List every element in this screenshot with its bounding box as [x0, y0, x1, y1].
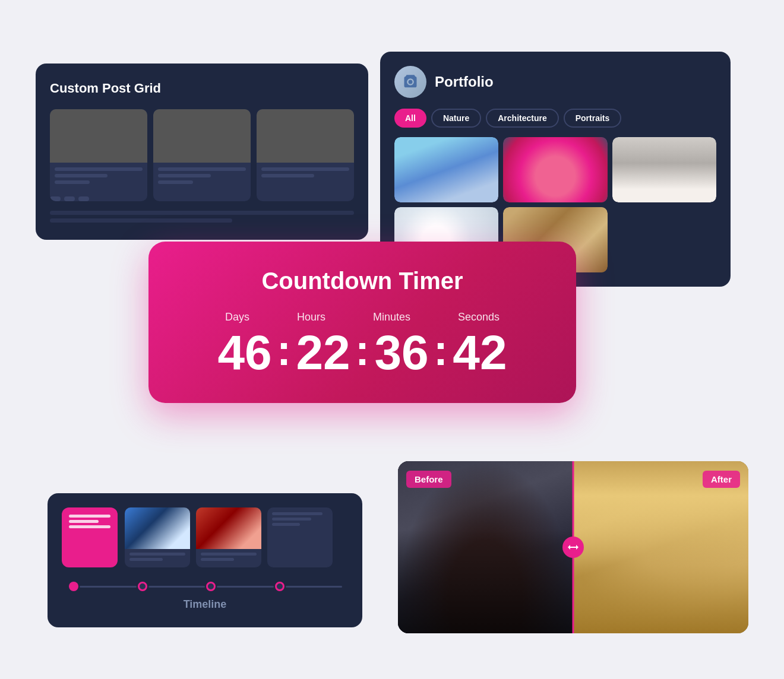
portfolio-title: Portfolio — [435, 74, 494, 90]
post-item-3-lines — [257, 163, 354, 185]
portfolio-image-tower — [394, 137, 498, 202]
post-item-1 — [50, 109, 147, 201]
post-image-bridge — [50, 109, 147, 163]
after-label: After — [703, 471, 740, 488]
filter-all-button[interactable]: All — [394, 109, 426, 128]
portfolio-image-lotus — [503, 137, 607, 202]
post-line-shorter — [158, 180, 193, 184]
post-item-2 — [153, 109, 251, 201]
portfolio-header: Portfolio — [394, 66, 716, 98]
post-line — [158, 167, 246, 171]
post-item-3 — [257, 109, 354, 201]
timeline-product-2 — [196, 507, 261, 567]
image-tower — [394, 137, 498, 202]
track-dot-4 — [275, 582, 284, 591]
portfolio-image-arch — [612, 137, 716, 202]
before-side: Before — [398, 461, 573, 633]
post-dots — [50, 196, 147, 201]
post-line-short — [55, 174, 108, 177]
label-days: Days — [225, 311, 249, 323]
timeline-track — [62, 582, 348, 591]
timeline-product-3 — [267, 507, 333, 567]
handle-arrows-icon — [568, 544, 578, 551]
post-item-2-lines — [153, 163, 251, 192]
msg-line-2 — [69, 520, 99, 523]
msg-line-1 — [69, 515, 110, 518]
timeline-product-1 — [125, 507, 190, 567]
countdown-title: Countdown Timer — [172, 268, 552, 294]
post-line-short — [261, 174, 314, 177]
portfolio-filters[interactable]: All Nature Architecture Portraits — [394, 109, 716, 128]
product-line-short — [129, 558, 163, 561]
camera-icon — [402, 74, 419, 90]
image-lotus — [503, 137, 607, 202]
colon-1: : — [274, 329, 293, 372]
post-line-short — [158, 174, 211, 177]
post-dot — [64, 196, 75, 201]
post-item-1-lines — [50, 163, 147, 192]
before-after-handle[interactable] — [562, 537, 584, 558]
post-grid-container — [50, 109, 354, 201]
before-label: Before — [406, 471, 451, 488]
label-minutes: Minutes — [373, 311, 410, 323]
track-dot-1 — [69, 582, 78, 591]
product-lines-2 — [196, 549, 261, 567]
track-dot-3 — [206, 582, 216, 591]
timeline-items — [125, 507, 333, 567]
custom-post-grid-card: Custom Post Grid — [36, 64, 368, 240]
post-grid-title: Custom Post Grid — [50, 80, 354, 97]
before-after-card: Before After — [398, 461, 748, 633]
colon-3: : — [431, 329, 450, 372]
colon-2: : — [353, 329, 372, 372]
image-arch — [612, 137, 716, 202]
msg-line-3 — [69, 525, 110, 528]
post-line — [261, 167, 349, 171]
product-image-sneaker-red — [196, 507, 261, 549]
track-line-1 — [80, 586, 137, 588]
countdown-labels: Days Hours Minutes Seconds — [172, 311, 552, 323]
post-image-building — [153, 109, 251, 163]
before-after-inner: Before After — [398, 461, 748, 633]
after-side: After — [573, 461, 748, 633]
post-line-shorter — [55, 180, 90, 184]
post-grid-footer-lines — [50, 211, 354, 223]
post-image-red-abstract — [257, 109, 354, 163]
filter-nature-button[interactable]: Nature — [431, 109, 481, 128]
label-hours: Hours — [297, 311, 325, 323]
product-3-placeholder — [267, 507, 333, 534]
timeline-label: Timeline — [62, 598, 348, 611]
filter-architecture-button[interactable]: Architecture — [486, 109, 558, 128]
post-line — [55, 167, 143, 171]
countdown-days: 46 — [215, 328, 274, 377]
main-scene: Custom Post Grid — [36, 28, 748, 651]
avatar — [394, 66, 426, 98]
label-seconds: Seconds — [458, 311, 500, 323]
countdown-minutes: 36 — [372, 328, 431, 377]
track-line-3 — [217, 586, 274, 588]
countdown-numbers: 46 : 22 : 36 : 42 — [172, 328, 552, 377]
footer-line-2 — [50, 218, 232, 223]
track-line-2 — [148, 586, 206, 588]
product-line — [201, 553, 257, 556]
countdown-hours: 22 — [293, 328, 353, 377]
timeline-card: Timeline — [48, 493, 362, 627]
footer-line-1 — [50, 211, 354, 215]
post-dot — [78, 196, 89, 201]
post-dot — [50, 196, 61, 201]
countdown-seconds: 42 — [450, 328, 510, 377]
timeline-message-bubble — [62, 507, 118, 567]
countdown-timer-card: Countdown Timer Days Hours Minutes Secon… — [148, 242, 576, 403]
product-image-sneaker-blue — [125, 507, 190, 549]
product-line — [129, 553, 185, 556]
track-dot-2 — [138, 582, 147, 591]
product-lines-1 — [125, 549, 190, 567]
product-line-short — [201, 558, 234, 561]
timeline-top — [62, 507, 348, 567]
track-line-4 — [286, 586, 343, 588]
filter-portraits-button[interactable]: Portraits — [564, 109, 622, 128]
